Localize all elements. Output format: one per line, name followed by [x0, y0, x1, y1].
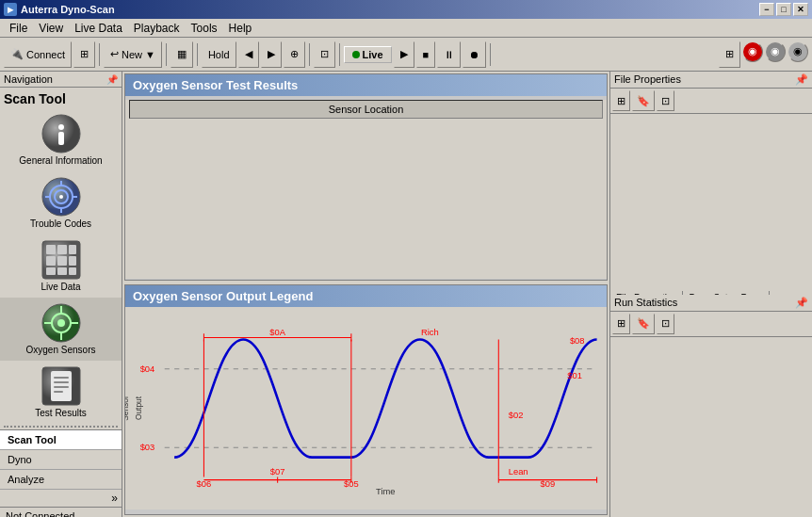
- sidebar-item-test-results[interactable]: Test Results: [0, 361, 122, 424]
- connect-label: Connect: [26, 49, 65, 60]
- toolbar-icon-btn-2[interactable]: ▦: [171, 41, 193, 68]
- stop-button[interactable]: ■: [416, 41, 436, 68]
- menu-live-data[interactable]: Live Data: [69, 20, 128, 37]
- close-button[interactable]: ✕: [793, 3, 808, 16]
- menu-playback[interactable]: Playback: [128, 20, 186, 37]
- stats-btn-3[interactable]: ⊡: [657, 314, 674, 334]
- connect-button[interactable]: 🔌 Connect: [4, 41, 72, 68]
- pause-button[interactable]: ⏸: [437, 41, 461, 68]
- center-content: Oxygen Sensor Test Results Sensor Locati…: [122, 72, 609, 517]
- stats-btn-2[interactable]: 🔖: [632, 314, 655, 334]
- svg-text:Rich: Rich: [421, 328, 439, 337]
- svg-text:Sensor: Sensor: [125, 396, 130, 421]
- sidebar-item-oxygen-sensors[interactable]: Oxygen Sensors: [0, 298, 122, 361]
- live-button[interactable]: Live: [344, 46, 392, 63]
- sidebar-header: Navigation 📌: [0, 72, 122, 88]
- run-statistics-pin[interactable]: 📌: [795, 297, 808, 309]
- svg-rect-14: [69, 245, 76, 254]
- svg-rect-18: [46, 267, 56, 275]
- svg-rect-31: [54, 381, 69, 383]
- separator-3: [197, 43, 198, 66]
- run-statistics-label: Run Statistics: [614, 297, 677, 309]
- live-indicator: [352, 51, 360, 58]
- general-info-label: General Information: [19, 155, 102, 166]
- titlebar: ▶ Auterra Dyno-Scan − □ ✕: [0, 0, 812, 19]
- tab-scan-tool[interactable]: Scan Tool: [0, 430, 122, 450]
- app-icon: ▶: [4, 3, 17, 16]
- hold-button[interactable]: Hold: [202, 41, 236, 68]
- toolbar: 🔌 Connect ⊞ ↩ New ▼ ▦ Hold ◀ ▶ ⊕ ⊡ Live …: [0, 38, 812, 72]
- minimize-button[interactable]: −: [759, 3, 774, 16]
- file-properties-header: File Properties 📌: [610, 72, 812, 89]
- new-dropdown-icon: ▼: [145, 49, 155, 60]
- maximize-button[interactable]: □: [776, 3, 791, 16]
- hold-label: Hold: [208, 49, 230, 60]
- trouble-codes-icon: [41, 177, 81, 217]
- pin-icon[interactable]: 📌: [106, 74, 118, 85]
- live-data-icon: [41, 240, 81, 280]
- toolbar-icon-btn-1[interactable]: ⊞: [73, 41, 95, 68]
- window-controls: − □ ✕: [759, 3, 808, 16]
- trouble-codes-label: Trouble Codes: [30, 218, 91, 229]
- separator-4: [309, 43, 310, 66]
- sidebar-item-live-data[interactable]: Live Data: [0, 234, 122, 298]
- toolbar-right-btn-1[interactable]: ⊞: [719, 41, 740, 68]
- menubar: File View Live Data Playback Tools Help: [0, 19, 812, 38]
- file-prop-btn-1[interactable]: ⊞: [612, 90, 630, 111]
- file-prop-btn-3[interactable]: ⊡: [657, 90, 674, 111]
- svg-rect-33: [54, 391, 63, 393]
- menu-tools[interactable]: Tools: [186, 20, 223, 37]
- separator-5: [339, 43, 340, 66]
- new-button[interactable]: ↩ New ▼: [104, 41, 162, 68]
- toolbar-icon-btn-3[interactable]: ⊡: [314, 41, 335, 68]
- file-properties-pin[interactable]: 📌: [795, 73, 808, 86]
- new-icon: ↩: [110, 48, 119, 60]
- connect-icon: 🔌: [10, 48, 24, 60]
- separator-2: [166, 43, 167, 66]
- chart-area: Oxygen Sensor Output $04 $03: [125, 307, 607, 509]
- svg-rect-30: [54, 377, 69, 379]
- record-button[interactable]: ⏺: [463, 41, 486, 68]
- svg-text:$07: $07: [270, 467, 285, 477]
- toolbar-right-btn-4[interactable]: ◉: [788, 41, 808, 62]
- new-label: New: [122, 49, 142, 60]
- svg-point-27: [57, 319, 65, 327]
- connection-status: Not Connected: [0, 507, 122, 517]
- scan-tool-title: Scan Tool: [0, 88, 122, 108]
- oxygen-sensors-label: Oxygen Sensors: [26, 345, 96, 355]
- svg-text:Output: Output: [134, 396, 143, 420]
- legend-panel-title: Oxygen Sensor Output Legend: [125, 285, 607, 307]
- toolbar-right-btn-3[interactable]: ◉: [765, 41, 786, 62]
- app-title: Auterra Dyno-Scan: [21, 4, 115, 15]
- file-properties-panel: File Properties 📌 ⊞ 🔖 ⊡ File Properties …: [610, 72, 812, 295]
- play-button[interactable]: ▶: [394, 41, 414, 68]
- svg-rect-15: [46, 256, 56, 266]
- menu-help[interactable]: Help: [223, 20, 258, 37]
- file-prop-btn-2[interactable]: 🔖: [632, 90, 655, 111]
- svg-point-1: [58, 124, 64, 130]
- toolbar-arrow-right[interactable]: ▶: [261, 41, 282, 68]
- toolbar-right-btn-2[interactable]: ◉: [742, 41, 763, 62]
- toolbar-arrow-left[interactable]: ◀: [238, 41, 259, 68]
- svg-text:$09: $09: [541, 479, 556, 489]
- svg-rect-19: [57, 267, 67, 275]
- tab-dyno[interactable]: Dyno: [0, 450, 122, 470]
- menu-view[interactable]: View: [33, 20, 69, 37]
- menu-file[interactable]: File: [4, 20, 33, 37]
- test-results-panel-title: Oxygen Sensor Test Results: [125, 74, 607, 96]
- right-panel: File Properties 📌 ⊞ 🔖 ⊡ File Properties …: [609, 72, 812, 517]
- sidebar-item-trouble-codes[interactable]: Trouble Codes: [0, 171, 122, 234]
- tab-analyze[interactable]: Analyze: [0, 470, 122, 490]
- sidebar-more-arrow[interactable]: »: [0, 490, 122, 507]
- live-data-label: Live Data: [41, 282, 80, 292]
- run-statistics-panel: Run Statistics 📌 ⊞ 🔖 ⊡: [610, 295, 812, 518]
- stats-btn-1[interactable]: ⊞: [612, 314, 630, 334]
- svg-rect-20: [69, 267, 76, 275]
- sidebar-item-general-info[interactable]: General Information: [0, 108, 122, 171]
- sidebar-separator: [4, 426, 118, 428]
- svg-text:$02: $02: [509, 411, 524, 420]
- legend-panel: Oxygen Sensor Output Legend Oxygen Senso…: [124, 284, 608, 515]
- general-info-icon: [41, 114, 81, 153]
- toolbar-arrow-split[interactable]: ⊕: [284, 41, 305, 68]
- svg-text:$0A: $0A: [269, 328, 285, 337]
